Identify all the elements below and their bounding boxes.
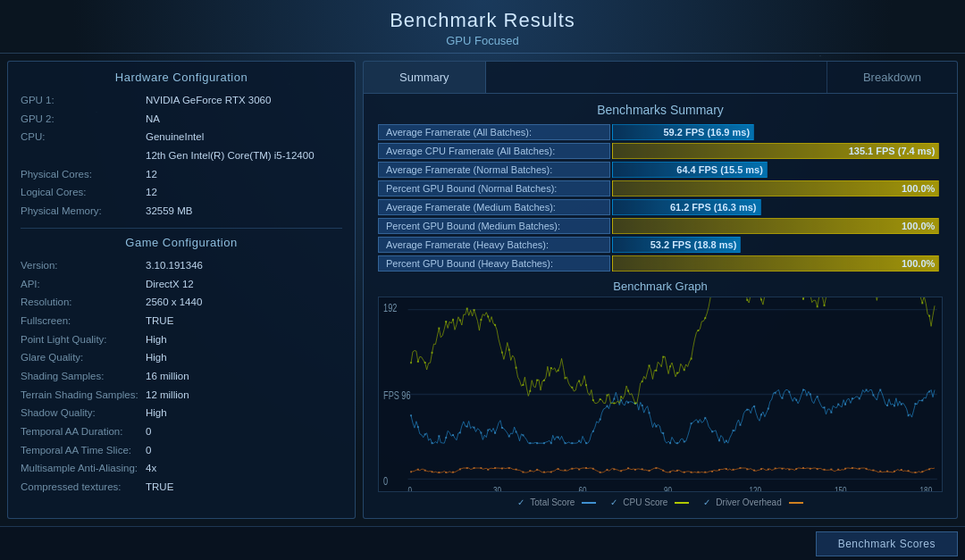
total-score-line: [582, 502, 596, 504]
shadow-row: Shadow Quality: High: [21, 404, 342, 422]
cpu-score-line: [675, 502, 689, 504]
bench-value: 64.4 FPS (15.5 ms): [676, 164, 763, 175]
temporal-aa-label: Temporal AA Duration:: [21, 422, 146, 441]
graph-container: 192 FPS 96 0 0 30 60 90 120: [378, 297, 943, 492]
bench-label: Average Framerate (Medium Batches):: [378, 199, 610, 215]
right-panel: Summary Breakdown Benchmarks Summary Ave…: [363, 61, 958, 519]
bench-bar-container: 135.1 FPS (7.4 ms): [612, 143, 943, 159]
terrain-value: 12 million: [146, 386, 189, 405]
cpu-row: CPU: GenuineIntel: [21, 128, 342, 146]
bench-bar: 100.0%: [612, 180, 939, 196]
gpu1-label: GPU 1:: [21, 91, 146, 110]
bench-label: Average CPU Framerate (All Batches):: [378, 143, 610, 159]
tab-spacer: [486, 62, 827, 93]
cpu-label: CPU:: [21, 128, 146, 146]
benchmark-row: Average CPU Framerate (All Batches):135.…: [378, 143, 943, 159]
bench-value: 53.2 FPS (18.8 ms): [650, 239, 737, 250]
temporal-aa-row: Temporal AA Duration: 0: [21, 422, 342, 441]
gpu2-label: GPU 2:: [21, 110, 146, 129]
benchmark-rows: Average Framerate (All Batches):59.2 FPS…: [378, 124, 943, 274]
resolution-row: Resolution: 2560 x 1440: [21, 293, 342, 312]
gpu1-value: NVIDIA GeForce RTX 3060: [146, 91, 271, 110]
bench-bar: 135.1 FPS (7.4 ms): [612, 143, 939, 159]
glare-label: Glare Quality:: [21, 348, 146, 367]
bench-value: 100.0%: [902, 183, 935, 194]
left-panel: Hardware Configuration GPU 1: NVIDIA GeF…: [7, 61, 356, 519]
driver-overhead-line: [789, 502, 803, 504]
fullscreen-label: Fullscreen:: [21, 312, 146, 330]
cpu-model-spacer: [21, 146, 146, 165]
gpu2-value: NA: [146, 110, 160, 129]
benchmark-row: Average Framerate (Normal Batches):64.4 …: [378, 162, 943, 178]
bench-value: 100.0%: [902, 258, 935, 269]
glare-row: Glare Quality: High: [21, 348, 342, 367]
temporal-aa-value: 0: [146, 422, 151, 441]
total-score-check: ✓: [517, 497, 524, 507]
api-value: DirectX 12: [146, 275, 194, 294]
benchmark-row: Average Framerate (All Batches):59.2 FPS…: [378, 124, 943, 140]
legend-driver-overhead: ✓ Driver Overhead: [703, 497, 802, 507]
multisample-label: Multisample Anti-Aliasing:: [21, 459, 146, 478]
cpu-score-check: ✓: [610, 497, 617, 507]
physical-cores-row: Physical Cores: 12: [21, 165, 342, 184]
physical-cores-value: 12: [146, 165, 157, 184]
bench-label: Percent GPU Bound (Heavy Batches):: [378, 255, 610, 272]
bench-bar: 100.0%: [612, 255, 939, 272]
temporal-slice-value: 0: [146, 441, 151, 460]
terrain-row: Terrain Shading Samples: 12 million: [21, 386, 342, 405]
bench-value: 135.1 FPS (7.4 ms): [849, 146, 936, 156]
bench-bar-container: 53.2 FPS (18.8 ms): [612, 237, 943, 253]
point-light-value: High: [146, 330, 167, 349]
temporal-slice-label: Temporal AA Time Slice:: [21, 441, 146, 460]
shading-value: 16 million: [146, 367, 189, 386]
benchmark-row: Percent GPU Bound (Heavy Batches):100.0%: [378, 255, 943, 272]
tab-breakdown[interactable]: Breakdown: [827, 62, 957, 93]
benchmark-scores-button[interactable]: Benchmark Scores: [816, 531, 958, 556]
graph-title: Benchmark Graph: [378, 280, 943, 293]
api-label: API:: [21, 275, 146, 294]
bench-bar: 100.0%: [612, 218, 939, 234]
fullscreen-value: TRUE: [146, 312, 173, 330]
bench-bar-container: 100.0%: [612, 218, 943, 234]
shading-label: Shading Samples:: [21, 367, 146, 386]
multisample-row: Multisample Anti-Aliasing: 4x: [21, 459, 342, 478]
benchmark-row: Average Framerate (Medium Batches):61.2 …: [378, 199, 943, 215]
bench-label: Percent GPU Bound (Medium Batches):: [378, 218, 610, 234]
driver-overhead-label: Driver Overhead: [716, 497, 781, 507]
compressed-label: Compressed textures:: [21, 478, 146, 497]
content-area: Hardware Configuration GPU 1: NVIDIA GeF…: [0, 54, 965, 526]
legend-cpu-score: ✓ CPU Score: [610, 497, 689, 507]
version-label: Version:: [21, 256, 146, 275]
multisample-value: 4x: [146, 459, 156, 478]
temporal-slice-row: Temporal AA Time Slice: 0: [21, 441, 342, 460]
physical-memory-label: Physical Memory:: [21, 202, 146, 221]
bench-bar: 59.2 FPS (16.9 ms): [612, 124, 754, 140]
hardware-section-title: Hardware Configuration: [21, 71, 342, 84]
tab-summary[interactable]: Summary: [364, 62, 486, 93]
benchmark-row: Percent GPU Bound (Medium Batches):100.0…: [378, 218, 943, 234]
bench-bar-container: 61.2 FPS (16.3 ms): [612, 199, 943, 215]
divider-1: [21, 228, 342, 229]
bench-bar: 64.4 FPS (15.5 ms): [612, 162, 768, 178]
shading-row: Shading Samples: 16 million: [21, 367, 342, 386]
gpu2-row: GPU 2: NA: [21, 110, 342, 129]
total-score-label: Total Score: [530, 497, 575, 507]
bench-bar: 61.2 FPS (16.3 ms): [612, 199, 761, 215]
physical-memory-value: 32559 MB: [146, 202, 192, 221]
bench-label: Average Framerate (All Batches):: [378, 124, 610, 140]
bench-bar-container: 100.0%: [612, 255, 943, 272]
glare-value: High: [146, 348, 167, 367]
graph-canvas-element: [379, 297, 942, 491]
graph-legend: ✓ Total Score ✓ CPU Score ✓ Driver Overh…: [378, 496, 943, 509]
bench-value: 61.2 FPS (16.3 ms): [670, 202, 757, 213]
logical-cores-row: Logical Cores: 12: [21, 183, 342, 202]
resolution-label: Resolution:: [21, 293, 146, 312]
shadow-value: High: [146, 404, 167, 422]
physical-cores-label: Physical Cores:: [21, 165, 146, 184]
bench-label: Average Framerate (Heavy Batches):: [378, 237, 610, 253]
bench-bar-container: 100.0%: [612, 180, 943, 196]
api-row: API: DirectX 12: [21, 275, 342, 294]
shadow-label: Shadow Quality:: [21, 404, 146, 422]
header: Benchmark Results GPU Focused: [0, 0, 965, 54]
logical-cores-label: Logical Cores:: [21, 183, 146, 202]
